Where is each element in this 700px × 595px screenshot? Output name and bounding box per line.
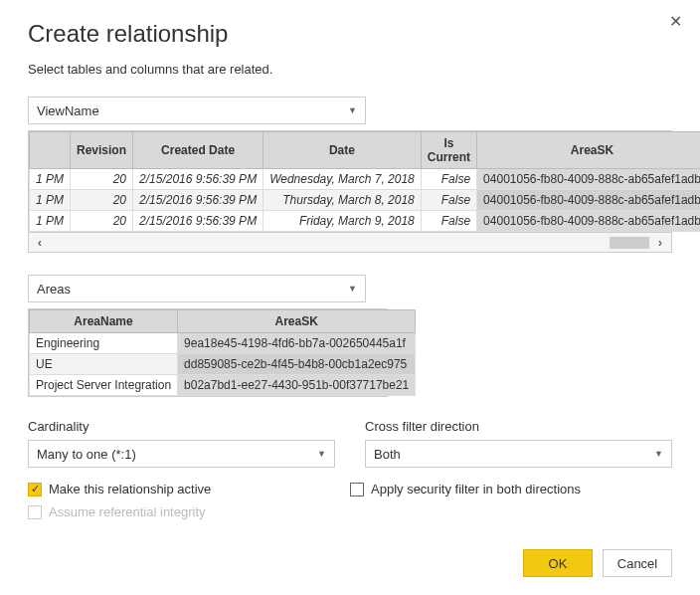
table1-dropdown[interactable]: ViewName ▼	[28, 97, 366, 124]
ok-button[interactable]: OK	[523, 549, 593, 577]
table2-dropdown[interactable]: Areas ▼	[28, 275, 366, 302]
th-areask[interactable]: AreaSK	[477, 132, 700, 169]
dialog-subtitle: Select tables and columns that are relat…	[28, 62, 672, 77]
active-checkbox-row[interactable]: ✓ Make this relationship active	[28, 482, 350, 496]
cardinality-label: Cardinality	[28, 419, 335, 434]
table-row[interactable]: Project Server Integration b02a7bd1-ee27…	[30, 375, 416, 396]
scroll-left-icon[interactable]: ‹	[29, 235, 51, 250]
th-date[interactable]: Date	[263, 132, 422, 169]
th-areaname[interactable]: AreaName	[30, 310, 178, 333]
scroll-right-icon[interactable]: ›	[649, 235, 671, 250]
security-checkbox-label: Apply security filter in both directions	[371, 482, 581, 496]
table1-container: Revision Created Date Date Is Current Ar…	[28, 130, 672, 253]
security-checkbox-row[interactable]: Apply security filter in both directions	[350, 482, 672, 496]
table1: Revision Created Date Date Is Current Ar…	[29, 131, 700, 232]
caret-down-icon: ▼	[654, 449, 663, 459]
cardinality-value: Many to one (*:1)	[37, 447, 136, 462]
create-relationship-dialog: ✕ Create relationship Select tables and …	[0, 0, 700, 595]
cancel-button[interactable]: Cancel	[603, 549, 672, 577]
dialog-title: Create relationship	[28, 20, 672, 48]
table-row[interactable]: 1 PM 20 2/15/2016 9:56:39 PM Friday, Mar…	[30, 211, 701, 232]
table2: AreaName AreaSK Engineering 9ea18e45-419…	[29, 309, 416, 396]
table2-dropdown-label: Areas	[37, 282, 71, 297]
table-row[interactable]: 1 PM 20 2/15/2016 9:56:39 PM Wednesday, …	[30, 169, 701, 190]
checkbox-icon	[28, 505, 42, 519]
integrity-checkbox-label: Assume referential integrity	[49, 504, 206, 519]
checkbox-icon	[350, 483, 364, 496]
table2-container: AreaName AreaSK Engineering 9ea18e45-419…	[28, 308, 388, 397]
active-checkbox-label: Make this relationship active	[49, 482, 211, 496]
crossfilter-dropdown[interactable]: Both ▼	[365, 440, 672, 468]
table1-dropdown-label: ViewName	[37, 103, 99, 118]
table-row[interactable]: Engineering 9ea18e45-4198-4fd6-bb7a-0026…	[30, 333, 416, 354]
caret-down-icon: ▼	[317, 449, 326, 459]
th-created[interactable]: Created Date	[133, 132, 263, 169]
scroll-thumb[interactable]	[610, 237, 649, 249]
th-iscurrent[interactable]: Is Current	[421, 132, 476, 169]
crossfilter-value: Both	[374, 447, 401, 462]
th-areask2[interactable]: AreaSK	[178, 310, 416, 333]
close-button[interactable]: ✕	[669, 12, 682, 31]
th-blank[interactable]	[30, 132, 71, 169]
scroll-track[interactable]	[51, 237, 649, 249]
cardinality-dropdown[interactable]: Many to one (*:1) ▼	[28, 440, 335, 468]
caret-down-icon: ▼	[348, 105, 357, 115]
checkbox-checked-icon: ✓	[28, 483, 42, 496]
caret-down-icon: ▼	[348, 284, 357, 294]
th-revision[interactable]: Revision	[71, 132, 133, 169]
table-row[interactable]: 1 PM 20 2/15/2016 9:56:39 PM Thursday, M…	[30, 190, 701, 211]
table-row[interactable]: UE dd859085-ce2b-4f45-b4b8-00cb1a2ec975	[30, 354, 416, 375]
crossfilter-label: Cross filter direction	[365, 419, 672, 434]
horizontal-scrollbar[interactable]: ‹ ›	[29, 232, 671, 252]
integrity-checkbox-row: Assume referential integrity	[28, 504, 350, 519]
